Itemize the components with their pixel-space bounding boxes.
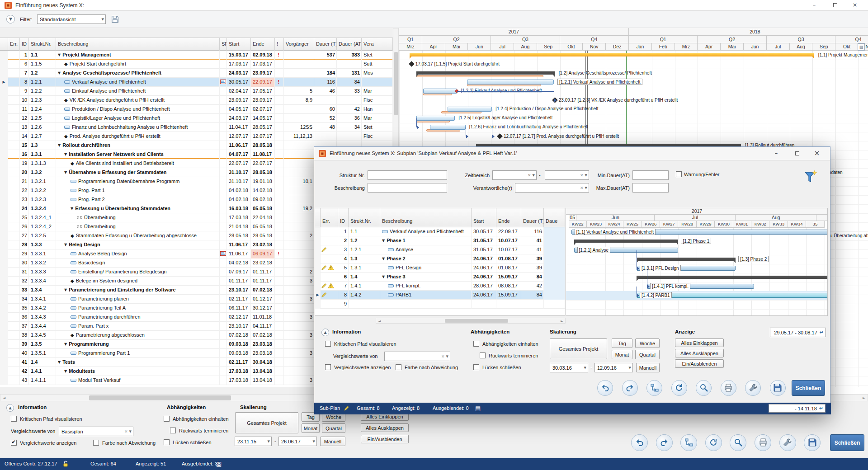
- dialog-compare-values-select[interactable]: ✕▼: [384, 352, 450, 361]
- collapse-icon[interactable]: ▼: [64, 152, 67, 156]
- whole-project-button[interactable]: Gesamtes Projekt: [235, 412, 298, 433]
- dialog-scale-day-button[interactable]: Tag: [612, 338, 632, 348]
- dialog-horizontal-scrollbar[interactable]: ◄ ►: [376, 318, 566, 324]
- column-header[interactable]: Vorgänger: [284, 38, 314, 51]
- table-row[interactable]: 41.3▼Phase 224.06.1701.08.1739: [315, 254, 565, 263]
- main-dependencies-button[interactable]: [680, 434, 697, 451]
- column-header[interactable]: SP: [220, 38, 227, 51]
- filter-funnel-icon[interactable]: [803, 169, 819, 186]
- scale-quarter-button[interactable]: Quartal: [322, 423, 345, 433]
- summary-bar[interactable]: [637, 258, 736, 261]
- column-header[interactable]: Beschreibung: [380, 208, 472, 228]
- dialog-undo-button[interactable]: [597, 380, 613, 396]
- dialog-scale-month-button[interactable]: Monat: [612, 350, 632, 359]
- main-redo-button[interactable]: [656, 434, 673, 451]
- dialog-refresh-button[interactable]: [671, 380, 687, 396]
- task-bar[interactable]: [416, 116, 455, 121]
- scale-month-button[interactable]: Monat: [302, 423, 320, 433]
- dialog-scroll-right-icon[interactable]: ►: [560, 319, 564, 323]
- table-row[interactable]: 11.1▼Projekt Management15.03.1702.09.18!…: [0, 51, 393, 60]
- dialog-save-button[interactable]: [770, 380, 786, 396]
- milestone-marker[interactable]: [409, 61, 415, 67]
- table-row[interactable]: 131.2.6Finanz und Lohnbuchhaltung Analys…: [0, 123, 393, 132]
- dialog-scale-quarter-button[interactable]: Quartal: [635, 350, 660, 359]
- column-header[interactable]: Dauer (AT): [337, 38, 362, 51]
- column-header[interactable]: Strukt.Nr.: [349, 208, 380, 228]
- compare-values-select[interactable]: Basisplan✕▼: [59, 427, 133, 436]
- collapse-icon[interactable]: ▼: [382, 275, 385, 279]
- save-view-icon[interactable]: [111, 15, 119, 24]
- column-header[interactable]: [0, 38, 8, 51]
- collapse-section-icon[interactable]: ▲: [6, 404, 14, 412]
- summary-bar[interactable]: [416, 71, 554, 75]
- dialog-minimize-icon[interactable]: –: [766, 148, 787, 159]
- dialog-end-range-field[interactable]: - 14.11.18↵: [769, 404, 826, 413]
- warnung-checkbox[interactable]: [676, 171, 682, 177]
- main-print-button[interactable]: [755, 434, 771, 451]
- filter-view-select[interactable]: Standardansicht▼: [37, 14, 106, 24]
- summary-bar[interactable]: [637, 276, 828, 279]
- scroll-left-icon[interactable]: ◄: [1, 396, 7, 400]
- backward-schedule-checkbox[interactable]: [170, 428, 176, 433]
- dialog-whole-project-button[interactable]: Gesamtes Projekt: [550, 338, 607, 359]
- dialog-critical-path-checkbox[interactable]: [325, 341, 331, 347]
- main-settings-button[interactable]: [779, 434, 796, 451]
- main-close-button[interactable]: Schließen: [830, 434, 864, 451]
- table-row[interactable]: 11.1Verkauf Analyse und Pflichtenheft30.…: [315, 227, 565, 236]
- collapse-icon[interactable]: ▼: [382, 257, 385, 261]
- gantt-corner-icon[interactable]: ▤: [858, 43, 865, 51]
- table-row[interactable]: 91.2.2Einkauf Analyse und Pflichtenheft0…: [0, 87, 393, 96]
- collapse-icon[interactable]: ▼: [58, 53, 61, 57]
- critical-path-checkbox[interactable]: [11, 416, 17, 422]
- task-bar[interactable]: [448, 107, 492, 112]
- task-bar[interactable]: [423, 89, 457, 94]
- column-header[interactable]: Start: [227, 38, 251, 51]
- collapse-icon[interactable]: ▼: [64, 170, 67, 174]
- dialog-redo-button[interactable]: [622, 380, 638, 396]
- dialog-settings-button[interactable]: [745, 380, 761, 396]
- table-row[interactable]: 31.2.1Analyse31.05.1710.07.1741: [315, 245, 565, 254]
- max-dauer-input[interactable]: [632, 183, 669, 193]
- chevron-down-icon[interactable]: ▼: [6, 15, 15, 24]
- dialog-scroll-left-icon[interactable]: ◄: [377, 319, 382, 323]
- scale-manual-button[interactable]: Manuell: [320, 437, 345, 446]
- collapse-icon[interactable]: ▼: [382, 239, 385, 243]
- dialog-visible-range-field[interactable]: 29.05.17 - 30.08.17↵: [770, 328, 826, 337]
- collapse-icon[interactable]: ▼: [64, 342, 67, 346]
- collapse-icon[interactable]: ▼: [58, 360, 61, 364]
- milestone-marker[interactable]: [497, 133, 503, 139]
- table-row[interactable]: 71.4.1PFL kompl.28.06.1708.08.1742: [315, 282, 565, 291]
- table-row[interactable]: 111.2.4Produktion / Dispo Analyse und Pf…: [0, 105, 393, 114]
- table-row[interactable]: 61.4▼Phase 324.06.1715.09.1784: [315, 273, 565, 282]
- dialog-collapse-all-button[interactable]: Alles Einklappen: [675, 338, 724, 347]
- dialog-scale-to-select[interactable]: 12.09.16▼: [594, 363, 633, 372]
- dialog-scrollbar-thumb[interactable]: [445, 319, 508, 323]
- table-row[interactable]: 9: [315, 300, 565, 309]
- main-undo-button[interactable]: [631, 434, 648, 451]
- dialog-zoom-button[interactable]: [696, 380, 712, 396]
- collapse-icon[interactable]: ▼: [58, 143, 61, 147]
- dialog-collapse-section-icon[interactable]: ▲: [321, 329, 329, 336]
- dialog-scale-from-select[interactable]: 30.03.16▼: [550, 363, 588, 372]
- show-compare-checkbox[interactable]: [11, 440, 17, 446]
- summary-bar[interactable]: [574, 240, 679, 243]
- dialog-scale-week-button[interactable]: Woche: [635, 338, 660, 348]
- table-row[interactable]: 71.2▼Analyse Geschäftsprozesse/ Pflichte…: [0, 69, 393, 78]
- color-deviation-checkbox[interactable]: [93, 440, 99, 446]
- column-header[interactable]: Vera: [362, 38, 393, 51]
- dialog-backward-schedule-checkbox[interactable]: [480, 352, 486, 358]
- hidden-list-icon[interactable]: ▤: [216, 461, 222, 467]
- dialog-keep-dependencies-checkbox[interactable]: [473, 341, 479, 347]
- close-icon[interactable]: ×: [844, 0, 865, 11]
- column-header[interactable]: ID: [20, 38, 29, 51]
- expand-all-button[interactable]: Alles Ausklappen: [361, 423, 409, 432]
- column-header[interactable]: Dauer (T): [521, 208, 544, 228]
- column-header[interactable]: Beschreibung: [56, 38, 220, 51]
- min-dauer-input[interactable]: [632, 170, 669, 180]
- keep-dependencies-checkbox[interactable]: [164, 416, 170, 422]
- verantwortliche-select[interactable]: ✕▼: [515, 183, 589, 193]
- table-row[interactable]: 51.3.1PFL Design24.06.1701.08.1739: [315, 263, 565, 273]
- column-header[interactable]: !: [275, 38, 284, 51]
- collapse-icon[interactable]: ▼: [64, 288, 67, 292]
- task-bar[interactable]: [430, 125, 465, 130]
